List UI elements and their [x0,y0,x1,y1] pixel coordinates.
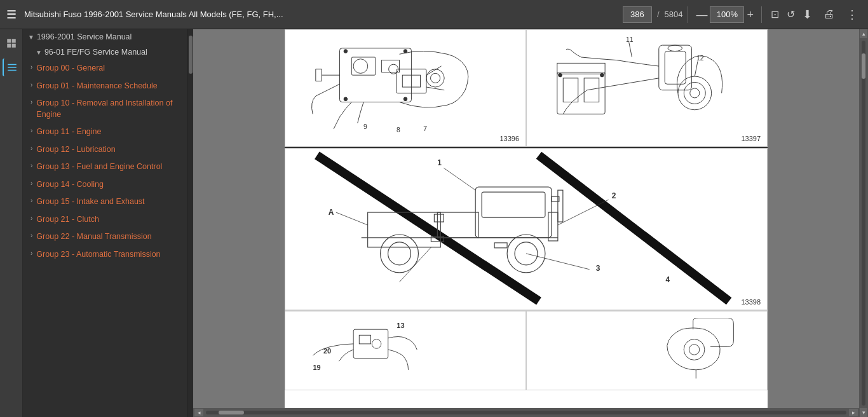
svg-point-32 [668,45,682,51]
toc-root-label: 1996-2001 Service Manual [37,32,132,41]
divider-2 [761,6,762,23]
svg-text:1: 1 [437,158,442,167]
sidebar-item-group11[interactable]: › Group 11 - Engine [23,123,187,141]
bottom-scrollbar[interactable]: ◂ ▸ [193,408,859,417]
bottom-scroll-thumb[interactable] [219,411,244,414]
right-scrollbar[interactable]: ▴ ▾ [859,29,868,417]
svg-text:2: 2 [612,191,616,200]
toc-root[interactable]: ▼ 1996-2001 Service Manual [23,29,187,44]
rotate-button[interactable]: ↺ [783,7,799,22]
divider-1 [688,6,688,23]
fit-page-button[interactable]: ⊡ [767,7,783,22]
chevron-group13: › [31,162,32,169]
svg-line-67 [336,212,368,225]
svg-rect-74 [359,335,370,344]
chevron-group00: › [31,64,32,71]
menu-icon[interactable]: ☰ [6,8,17,22]
svg-point-39 [690,88,700,98]
page-controls: / 5804 [623,6,683,23]
diagram-bottom-right [526,311,768,390]
sidebar-item-group14[interactable]: › Group 14 - Cooling [23,176,187,194]
toc-subsection[interactable]: ▼ 96-01 FE/FG Service Manual [23,44,187,60]
sidebar-label-group10: Group 10 - Removal and Installation of E… [36,98,182,120]
chevron-group15: › [31,197,32,204]
content-inner: 9 8 7 13396 [193,29,859,417]
sidebar-item-group00[interactable]: › Group 00 - General [23,60,187,78]
bottom-scroll-track[interactable] [206,411,846,414]
svg-point-40 [559,73,562,77]
svg-line-63 [444,168,475,190]
right-scroll-thumb[interactable] [862,53,865,79]
zoom-out-button[interactable]: — [693,9,710,20]
icon-bar [0,29,23,417]
sidebar-item-group12[interactable]: › Group 12 - Lubrication [23,141,187,159]
sidebar-item-group22[interactable]: › Group 22 - Manual Transmission [23,228,187,246]
sidebar-scroll-thumb[interactable] [189,36,193,74]
svg-point-80 [689,345,699,355]
sidebar-item-group15[interactable]: › Group 15 - Intake and Exhaust [23,193,187,211]
download-button[interactable]: ⬇ [799,6,816,23]
svg-rect-31 [665,51,686,85]
svg-rect-30 [659,45,692,90]
scroll-right-button[interactable]: ▸ [849,409,858,416]
svg-point-23 [344,97,348,101]
svg-line-43 [695,62,698,77]
diagram-bottom-right-svg [533,318,761,381]
chevron-sub: ▼ [36,49,42,56]
svg-point-37 [678,76,712,110]
chevron-root: ▼ [28,34,34,41]
zoom-display[interactable] [710,6,744,23]
sidebar-item-group23[interactable]: › Group 23 - Automatic Transmission [23,246,187,264]
main-layout: ▼ 1996-2001 Service Manual ▼ 96-01 FE/FG… [0,29,868,417]
scroll-left-button[interactable]: ◂ [194,409,203,416]
sidebar-item-group01[interactable]: › Group 01 - Maintenance Schedule [23,78,187,95]
svg-rect-1 [11,39,15,43]
zoom-in-button[interactable]: + [744,9,756,20]
fig-13396-num: 13396 [499,135,519,142]
svg-line-65 [526,254,590,270]
diagram-13396-svg: 9 8 7 [292,36,519,138]
svg-text:7: 7 [423,125,427,132]
chevron-group10: › [31,99,32,106]
sidebar-item-group13[interactable]: › Group 13 - Fuel and Engine Control [23,158,187,176]
svg-point-55 [381,235,419,273]
thumbnail-icon[interactable] [3,34,20,52]
svg-rect-3 [11,44,15,48]
svg-point-41 [600,73,604,77]
page-separator: / [654,10,662,19]
svg-rect-57 [548,212,558,241]
toolbar-right: ⬇ 🖨 ⋮ [799,6,862,23]
svg-line-46 [317,155,539,301]
chevron-group21: › [31,215,32,222]
right-scroll-track[interactable] [862,41,865,406]
sidebar-scroll-track[interactable] [188,29,193,417]
svg-text:19: 19 [313,364,321,371]
svg-rect-0 [7,39,11,43]
chevron-group22: › [31,232,32,239]
toolbar: ☰ Mitsubishi Fuso 1996-2001 Service Manu… [0,0,868,29]
svg-line-20 [426,87,444,90]
sidebar-label-group15: Group 15 - Intake and Exhaust [36,196,144,208]
svg-rect-49 [482,192,545,217]
svg-point-25 [426,69,444,87]
svg-text:13: 13 [397,322,404,329]
print-button[interactable]: 🖨 [820,6,839,22]
chevron-group11: › [31,127,32,134]
content-area: 9 8 7 13396 [193,29,859,417]
scroll-up-button[interactable]: ▴ [860,29,867,38]
sidebar-item-group21[interactable]: › Group 21 - Clutch [23,211,187,229]
pdf-page: 9 8 7 13396 [285,29,768,408]
svg-point-26 [431,73,440,83]
sidebar-label-group14: Group 14 - Cooling [36,179,104,191]
sidebar-label-group23: Group 23 - Automatic Transmission [36,249,160,261]
svg-rect-58 [558,190,563,222]
svg-rect-48 [475,187,552,238]
chevron-group23: › [31,250,32,257]
scroll-down-button[interactable]: ▾ [860,408,867,417]
page-input[interactable] [623,6,652,23]
svg-rect-2 [7,44,11,48]
sidebar-item-group10[interactable]: › Group 10 - Removal and Installation of… [23,95,187,123]
svg-point-79 [684,339,705,360]
more-button[interactable]: ⋮ [843,6,862,23]
toc-icon[interactable] [3,58,20,76]
